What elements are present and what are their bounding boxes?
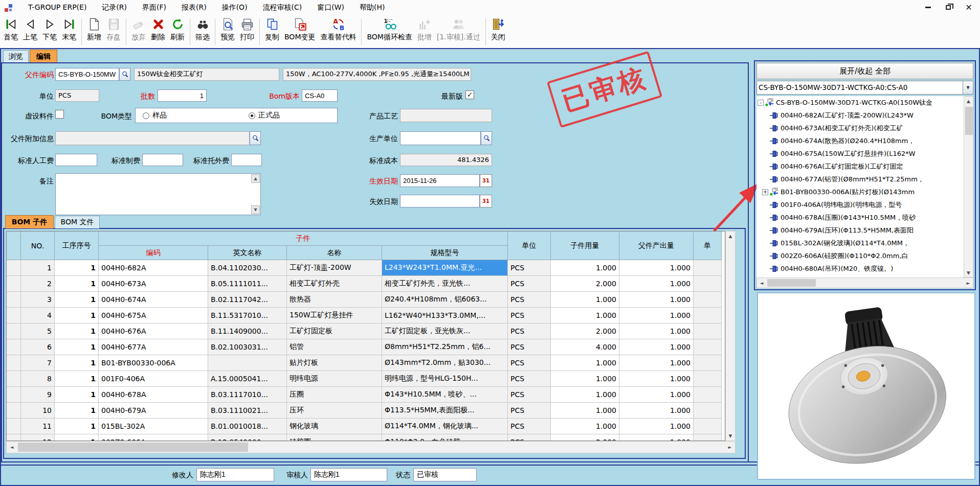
table-row[interactable]: 6 1 004H0-677A B.02.1003031... 铝管 Ø8mm*H… [7,339,725,355]
scroll-down-icon[interactable]: ▼ [726,431,735,441]
table-horizontal-scrollbar[interactable]: ◄ ► [6,441,736,453]
table-row[interactable]: 1 1 004H0-682A B.04.1102030... 工矿灯-顶盖-20… [7,260,725,276]
tree-node[interactable]: - CS-BYB-O-150MW-30D71-WCTKG-A0(150W钛金 [756,96,964,109]
cell-qty[interactable]: 1.000 [551,355,619,371]
cell-code[interactable]: B01-BYB00330-006A [99,355,208,371]
cell-output[interactable]: 1.000 [619,308,694,323]
cell-output[interactable]: 1.000 [619,419,694,434]
cell-seq[interactable]: 1 [55,419,99,434]
cell-code[interactable]: 004H0-675A [99,308,208,323]
copy-button[interactable]: 复制 [262,17,282,42]
cell-spec[interactable]: 明纬电源，型号HLG-150H... [382,371,508,387]
tree-node[interactable]: 004H0-674A(散热器)(Ø240.4*H108mm， [756,134,964,147]
col-seq[interactable]: 工序序号 [55,232,99,260]
restore-button[interactable] [944,3,952,11]
scrollbar-thumb[interactable] [18,443,248,452]
row-indicator[interactable] [7,355,21,371]
row-indicator[interactable] [7,419,21,434]
col-qty[interactable]: 子件用量 [551,232,619,260]
menu-item[interactable]: 帮助(H) [352,3,392,12]
cell-spec[interactable]: Φ113.5*H5MM,表面阳极... [382,403,508,419]
prod-unit-input[interactable] [400,131,481,145]
add-button[interactable]: 新增 [84,17,104,42]
cell-spec[interactable]: Φ143*H10.5MM，喷砂、... [382,387,508,403]
table-row[interactable]: 10 1 004H0-679A B.03.1110021... 压环 Φ113.… [7,403,725,419]
col-unit[interactable]: 单位 [508,232,551,260]
tree-node[interactable]: 004H0-673A(相变工矿灯外壳)(相变工矿 [756,122,964,134]
cell-output[interactable]: 1.000 [619,260,694,276]
std-labor-input[interactable] [55,154,97,166]
tree-expander[interactable]: + [762,189,768,195]
cell-spec[interactable]: Ø240.4*H108mm，铝6063... [382,292,508,308]
table-row[interactable]: 4 1 004H0-675A B.11.5317010... 150W工矿灯悬挂… [7,308,725,323]
cell-seq[interactable]: 1 [55,387,99,403]
cell-seq[interactable]: 1 [55,434,99,441]
menu-item[interactable]: 流程审核(C) [255,3,310,12]
table-row[interactable]: 5 1 004H0-676A B.11.1409000... 工矿灯固定板 工矿… [7,323,725,339]
row-indicator[interactable] [7,292,21,308]
cell-qty[interactable]: 1.000 [551,403,619,419]
cell-code[interactable]: 002Z0-606A [99,434,208,441]
radio-sample[interactable] [143,112,149,119]
batch-add-button[interactable]: 批增 [415,17,434,42]
close-form-button[interactable]: 关闭 [488,17,508,42]
scrollbar-thumb[interactable] [965,107,973,135]
cell-spec[interactable]: L162*W40*H133*T3.0MM,... [382,308,508,323]
tree-expander[interactable]: - [758,100,764,106]
save-button[interactable]: 存盘 [104,17,123,42]
menu-item[interactable]: T-GROUP ERP(E) [20,3,94,12]
cell-code[interactable]: 001F0-406A [99,371,208,387]
radio-official[interactable] [249,112,255,119]
cell-code[interactable]: 004H0-677A [99,339,208,355]
cell-output[interactable]: 1.000 [619,403,694,419]
prev-record-button[interactable]: 上笔 [20,17,40,42]
cell-seq[interactable]: 1 [55,371,99,387]
cell-seq[interactable]: 1 [55,292,99,308]
cell-qty[interactable]: 1.000 [551,292,619,308]
cell-qty[interactable]: 1.000 [551,419,619,434]
cell-qty[interactable]: 1.000 [551,371,619,387]
status-field[interactable] [413,468,477,481]
parent-code-lookup-button[interactable] [119,68,130,81]
cell-spec[interactable]: Ø114*T4.0MM，钢化玻璃... [382,419,508,434]
cell-qty[interactable]: 4.000 [551,339,619,355]
cell-spec[interactable]: Ø143mm*T2.0mm，贴3030... [382,355,508,371]
print-button[interactable]: 打印 [237,17,257,42]
virtual-part-checkbox[interactable] [55,110,64,119]
tab-edit[interactable]: 编辑 [30,50,57,63]
cell-seq[interactable]: 1 [55,308,99,323]
cell-qty[interactable]: 1.000 [551,308,619,323]
scroll-up-icon[interactable]: ▲ [726,232,735,241]
scroll-down-icon[interactable]: ▼ [964,268,973,277]
table-row[interactable]: 11 1 015BL-302A B.01.0010018... 钢化玻璃 Ø11… [7,419,725,434]
cell-output[interactable]: 1.000 [619,371,694,387]
minimize-button[interactable] [924,3,932,11]
tree-node[interactable]: 004H0-677A(铝管)(Ø8mm*H51*T2.25mm， [756,173,964,186]
remark-textarea[interactable] [55,173,261,215]
row-indicator[interactable] [7,403,21,419]
bom-change-button[interactable]: BOM变更 [282,17,318,42]
row-indicator[interactable] [7,308,21,323]
tree-node[interactable]: 001F0-406A(明纬电源)(明纬电源，型号 [756,198,964,211]
cell-output[interactable]: 1.000 [619,355,694,371]
modified-by-input[interactable] [196,468,274,481]
tree-horizontal-scrollbar[interactable]: ◄ ► [756,277,973,288]
cell-seq[interactable]: 1 [55,260,99,276]
filter-button[interactable]: 筛选 [193,17,212,42]
cell-output[interactable]: 1.000 [619,323,694,339]
parent-extra-lookup-button[interactable] [250,131,261,145]
cell-qty[interactable]: 2.000 [551,323,619,339]
cell-code[interactable]: 004H0-678A [99,387,208,403]
cell-qty[interactable]: 2.000 [551,276,619,292]
cell-spec[interactable]: L243*W243*T1.0MM.亚光... [382,260,508,276]
tree-node[interactable]: 004H0-679A(压环)(Φ113.5*H5MM,表面阳 [756,224,964,237]
scrollbar-thumb[interactable] [767,279,816,287]
batch-input[interactable] [158,89,207,102]
col-no[interactable]: NO. [21,232,55,260]
tree-node[interactable]: 015BL-302A(钢化玻璃)(Ø114*T4.0MM， [756,237,964,249]
menu-item[interactable]: 报表(R) [174,3,214,12]
scroll-left-icon[interactable]: ◄ [757,278,766,288]
cell-seq[interactable]: 1 [55,339,99,355]
cell-output[interactable]: 1.000 [619,339,694,355]
cell-output[interactable]: 1.000 [619,387,694,403]
